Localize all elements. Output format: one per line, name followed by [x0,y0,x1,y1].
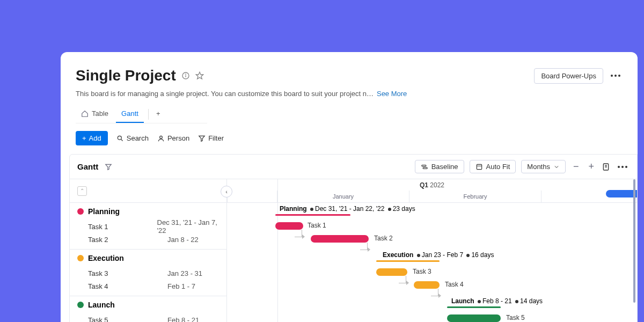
tab-table[interactable]: Table [76,105,114,123]
person-icon [157,135,165,142]
dependency-arrow [302,235,305,239]
task-bar[interactable] [311,235,369,243]
task-name: Task 3 [88,269,167,277]
more-menu-button[interactable] [609,72,623,79]
divider [148,109,149,120]
task-bar-label: Task 5 [506,314,525,321]
chevron-down-icon [553,164,560,170]
panel-more-button[interactable] [616,164,630,170]
task-row[interactable]: Task 4Feb 1 - 7 [70,280,226,292]
dependency-arrow [406,281,409,285]
svg-marker-3 [196,72,203,79]
group-name: Planning [88,207,120,216]
svg-rect-9 [421,165,426,166]
zoom-out-button[interactable]: − [571,161,581,172]
month-cell-feb: February [409,191,541,202]
task-range: Feb 8 - 21 [167,316,199,323]
task-name: Task 5 [88,316,167,323]
filter-button[interactable]: Filter [198,134,224,142]
timeline-overflow-bar [606,190,637,197]
tab-gantt[interactable]: Gantt [116,105,144,123]
add-button[interactable]: + Add [76,131,108,145]
task-name: Task 2 [88,236,167,244]
svg-marker-7 [199,136,205,141]
group-underline [447,306,501,308]
svg-point-4 [118,136,121,140]
group-color-dot [77,208,84,215]
search-button[interactable]: Search [116,134,149,142]
task-row[interactable]: Task 2Jan 8 - 22 [70,233,226,246]
timeline-header: Q1 2022 January February [227,179,637,203]
dependency-connector [431,289,438,296]
task-bar[interactable] [376,268,407,276]
group-name: Execution [88,254,124,262]
zoom-select[interactable]: Months [521,160,566,173]
tab-label: Gantt [121,109,138,118]
star-icon[interactable] [195,71,204,80]
gantt-chart-area[interactable]: Planning Dec 31, '21 - Jan 22, '22 23 da… [227,203,637,322]
group-underline [275,214,350,216]
baseline-label: Baseline [431,163,458,171]
see-more-link[interactable]: See More [377,90,407,98]
panel-title: Gantt [77,162,98,171]
task-bar[interactable] [414,281,440,289]
autofit-icon [475,163,483,171]
svg-rect-10 [423,167,427,169]
dependency-connector [399,276,406,283]
group-name: Launch [88,301,115,309]
board-toolbar: + Add Search Person Filter [61,131,638,145]
task-range: Jan 8 - 22 [167,236,199,244]
board-card: Single Project Board Power-Ups This boar… [61,52,638,322]
group-underline [376,260,440,262]
task-row[interactable]: Task 3Jan 23 - 31 [70,267,226,280]
baseline-button[interactable]: Baseline [415,160,464,173]
expand-panel-button[interactable]: ‹ [221,186,232,197]
view-tabs: Table Gantt + [76,105,207,123]
person-button[interactable]: Person [157,134,189,142]
task-bar[interactable] [447,314,501,322]
group-summary-label: Launch Feb 8 - 21 14 days [451,297,543,305]
group-summary-label: Planning Dec 31, '21 - Jan 22, '22 23 da… [280,205,415,213]
power-ups-button[interactable]: Board Power-Ups [534,68,603,84]
task-bar[interactable] [275,222,303,230]
task-range: Feb 1 - 7 [167,282,195,290]
task-bar-label: Task 3 [413,268,431,275]
task-bar-label: Task 4 [445,281,464,288]
group-color-dot [77,255,84,261]
board-description: This board is for managing a single proj… [76,90,374,98]
person-label: Person [167,134,189,142]
zoom-label: Months [527,163,550,171]
task-name: Task 1 [88,223,157,231]
task-name: Task 4 [88,282,167,290]
task-bar-label: Task 2 [374,235,393,242]
svg-line-5 [121,139,122,141]
auto-fit-button[interactable]: Auto Fit [470,160,516,173]
board-header: Single Project Board Power-Ups This boar… [61,52,638,123]
year-label: 2022 [430,181,444,189]
home-icon [81,110,89,118]
gantt-timeline[interactable]: Q1 2022 January February Planning Dec 31… [227,179,637,322]
filter-icon [198,135,206,142]
info-icon[interactable] [181,71,190,80]
board-title: Single Project [76,67,176,84]
auto-fit-label: Auto Fit [486,163,510,171]
group-header[interactable]: Planning [70,203,226,220]
month-cell-jan: January [277,191,409,202]
task-row[interactable]: Task 1Dec 31, '21 - Jan 7, '22 [70,220,226,233]
export-icon[interactable] [602,163,610,171]
svg-point-2 [185,74,186,75]
group-header[interactable]: Execution [70,250,226,267]
gantt-task-list: ⌃ ‹ PlanningTask 1Dec 31, '21 - Jan 7, '… [70,179,227,322]
group-header[interactable]: Launch [70,296,226,313]
add-view-button[interactable]: + [153,105,164,123]
gantt-panel: Gantt Baseline Auto Fit Months − + [69,154,638,322]
tab-label: Table [92,109,108,118]
zoom-in-button[interactable]: + [586,161,596,172]
task-range: Dec 31, '21 - Jan 7, '22 [157,218,219,235]
collapse-all-button[interactable]: ⌃ [77,186,87,196]
search-label: Search [127,134,149,142]
scrollbar-thumb[interactable] [633,179,635,303]
filter-icon[interactable] [105,163,112,171]
task-row[interactable]: Task 5Feb 8 - 21 [70,313,226,322]
svg-rect-11 [477,164,481,169]
